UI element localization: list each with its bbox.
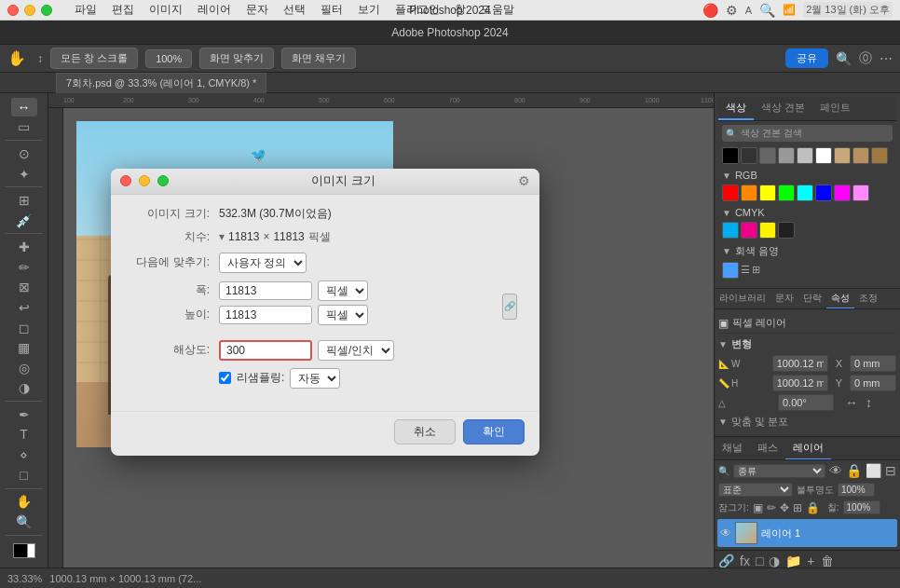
layer-adjustment-icon[interactable]: ◑: [769, 554, 780, 567]
swatch-yellow[interactable]: [759, 185, 776, 201]
dialog-zoom-button[interactable]: [157, 175, 169, 186]
swatch-blue[interactable]: [815, 185, 832, 201]
menu-filter[interactable]: 필터: [320, 2, 343, 18]
dodge-tool[interactable]: ◑: [11, 379, 37, 398]
prop-w-input[interactable]: [772, 355, 828, 372]
select-tool[interactable]: ▭: [11, 118, 37, 137]
fill-screen-btn[interactable]: 화면 채우기: [281, 48, 356, 69]
swatch-cmyk-cyan[interactable]: [722, 222, 739, 239]
tab-properties[interactable]: 속성: [826, 289, 854, 308]
swatch-cyan[interactable]: [797, 185, 813, 201]
rgb-expand-icon[interactable]: ▼: [722, 171, 731, 181]
opacity-input[interactable]: [838, 483, 875, 497]
swatch-pink[interactable]: [852, 185, 869, 201]
layer-artboard-icon[interactable]: ⬜: [866, 463, 881, 478]
menu-view[interactable]: 보기: [358, 2, 380, 18]
swatch-beige2[interactable]: [852, 147, 869, 164]
lock-all-icon[interactable]: 🔒: [806, 501, 820, 514]
layer-effect-icon[interactable]: fx: [740, 554, 750, 567]
swatch-light-gray[interactable]: [797, 147, 813, 164]
tab-layers[interactable]: 레이어: [785, 437, 831, 459]
healing-tool[interactable]: ✚: [11, 238, 37, 256]
menu-image[interactable]: 이미지: [149, 2, 183, 18]
tab-swatches[interactable]: 색상 견본: [754, 97, 812, 120]
swatch-cmyk-black[interactable]: [778, 222, 795, 239]
layer-mask-icon[interactable]: □: [756, 554, 763, 567]
align-expand-icon[interactable]: ▼: [718, 417, 728, 427]
share-button[interactable]: 공유: [785, 48, 828, 68]
dialog-width-input[interactable]: [219, 281, 312, 300]
prop-y-input[interactable]: [850, 375, 896, 391]
menu-file[interactable]: 파일: [75, 2, 97, 18]
dialog-gear-icon[interactable]: ⚙: [518, 173, 530, 188]
swatch-tan[interactable]: [871, 147, 888, 164]
layer-add-icon[interactable]: +: [807, 554, 814, 567]
swatch-medium-gray[interactable]: [778, 147, 795, 164]
swatch-red[interactable]: [722, 185, 739, 201]
swatches-search-label[interactable]: 색상 견본 검색: [741, 127, 802, 140]
flip-h-icon[interactable]: ↔: [845, 395, 858, 410]
menu-layer[interactable]: 레이어: [198, 2, 231, 18]
history-brush-tool[interactable]: ↩: [11, 298, 37, 317]
dialog-width-unit-select[interactable]: 픽셀: [318, 280, 368, 301]
tab-channels[interactable]: 채널: [715, 437, 750, 459]
lock-brush-icon[interactable]: ✏: [767, 501, 776, 514]
menu-select[interactable]: 선택: [283, 2, 306, 18]
menu-edit[interactable]: 편집: [112, 2, 134, 18]
pen-tool[interactable]: ✒: [11, 405, 37, 424]
gradient-tool[interactable]: ▦: [11, 338, 37, 357]
dimension-dropdown-icon[interactable]: ▾: [219, 230, 225, 243]
dialog-resolution-unit-select[interactable]: 픽셀/인치: [318, 340, 394, 361]
transform-expand-icon[interactable]: ▼: [718, 339, 728, 349]
lock-move-icon[interactable]: ✥: [780, 501, 789, 514]
prop-angle-input[interactable]: [778, 394, 834, 411]
cmyk-expand-icon[interactable]: ▼: [722, 208, 731, 218]
dialog-resample-method-select[interactable]: 자동: [290, 368, 340, 389]
swatch-white[interactable]: [815, 147, 832, 164]
dialog-resolution-input[interactable]: [219, 340, 312, 361]
shape-tool[interactable]: □: [11, 466, 37, 485]
swatch-cmyk-yellow[interactable]: [759, 222, 776, 239]
tab-character[interactable]: 문자: [770, 289, 798, 308]
flip-v-icon[interactable]: ↕: [866, 395, 872, 410]
swatch-orange[interactable]: [741, 185, 757, 201]
tab-adjustments[interactable]: 조정: [854, 289, 882, 308]
dialog-fit-select[interactable]: 사용자 정의: [219, 253, 307, 273]
menu-plugins[interactable]: 플러그인: [395, 2, 440, 18]
layer-delete-icon[interactable]: 🗑: [821, 554, 834, 567]
menu-type[interactable]: 문자: [246, 2, 268, 18]
fill-input[interactable]: [843, 500, 880, 514]
swatch-dark-gray[interactable]: [741, 147, 757, 164]
zoom-tool[interactable]: 🔍: [11, 513, 37, 531]
swatch-magenta[interactable]: [834, 185, 851, 201]
dialog-ok-button[interactable]: 확인: [463, 419, 525, 444]
prop-x-input[interactable]: [850, 355, 896, 372]
lock-trans-icon[interactable]: ▣: [753, 501, 763, 514]
hand-tool-icon[interactable]: ✋: [7, 49, 26, 67]
dialog-height-unit-select[interactable]: 픽셀: [318, 305, 368, 325]
minimize-button[interactable]: [24, 5, 35, 16]
panel-grid-icon[interactable]: ⊞: [752, 264, 760, 279]
lock-artboard-icon[interactable]: ⊞: [793, 501, 802, 514]
dialog-height-input[interactable]: [219, 306, 312, 324]
menu-help[interactable]: 도움말: [481, 2, 514, 18]
quick-select-tool[interactable]: ✦: [11, 165, 37, 184]
layer-group-icon[interactable]: 📁: [785, 554, 801, 567]
layer-filter-icon2[interactable]: ⊟: [885, 463, 896, 478]
dots-menu-icon[interactable]: ⋯: [880, 51, 893, 66]
blur-tool[interactable]: ◎: [11, 359, 37, 377]
tab-paths[interactable]: 패스: [750, 437, 785, 459]
lasso-tool[interactable]: ⊙: [11, 144, 37, 163]
tab-library[interactable]: 라이브러리: [715, 289, 770, 308]
stamp-tool[interactable]: ⊠: [11, 278, 37, 296]
link-proportions-icon[interactable]: 🔗: [502, 294, 517, 320]
color-swatches[interactable]: [11, 541, 37, 560]
help-circle-icon[interactable]: ⓪: [859, 50, 872, 67]
layer-type-filter[interactable]: 종류: [733, 464, 825, 478]
hand-tool[interactable]: ✋: [11, 492, 37, 511]
swatch-gray[interactable]: [759, 147, 776, 164]
eyedropper-tool[interactable]: 💉: [11, 212, 37, 230]
maximize-button[interactable]: [41, 5, 52, 16]
tab-paragraph[interactable]: 단락: [798, 289, 826, 308]
swatch-black[interactable]: [722, 147, 739, 164]
